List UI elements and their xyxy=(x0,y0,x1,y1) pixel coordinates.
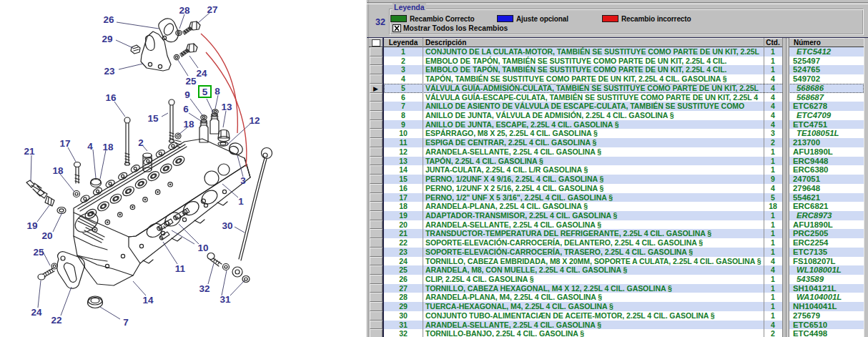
svg-text:31: 31 xyxy=(220,294,231,305)
svg-text:20: 20 xyxy=(41,230,52,241)
svg-text:5: 5 xyxy=(202,87,208,97)
svg-text:9: 9 xyxy=(184,89,190,100)
svg-text:21: 21 xyxy=(24,146,35,157)
svg-text:25: 25 xyxy=(33,247,44,258)
svg-text:14: 14 xyxy=(142,295,154,306)
svg-text:18: 18 xyxy=(183,119,194,130)
svg-text:30: 30 xyxy=(222,220,232,231)
svg-text:32: 32 xyxy=(199,283,209,294)
svg-text:4: 4 xyxy=(87,141,93,152)
svg-text:15: 15 xyxy=(147,113,159,124)
svg-text:13: 13 xyxy=(221,102,232,112)
svg-text:2: 2 xyxy=(138,137,144,148)
svg-text:26: 26 xyxy=(103,14,114,25)
svg-text:11: 11 xyxy=(175,263,186,274)
svg-text:6: 6 xyxy=(183,104,189,114)
svg-text:16: 16 xyxy=(105,92,117,103)
svg-text:8: 8 xyxy=(214,86,220,97)
svg-text:3: 3 xyxy=(240,175,246,186)
svg-text:19: 19 xyxy=(26,220,37,231)
svg-text:24: 24 xyxy=(31,307,42,318)
svg-text:18: 18 xyxy=(52,165,64,176)
svg-text:24: 24 xyxy=(196,68,207,79)
svg-text:10: 10 xyxy=(197,243,208,253)
svg-text:25: 25 xyxy=(185,76,197,87)
svg-text:7: 7 xyxy=(123,317,129,328)
svg-text:22: 22 xyxy=(51,315,61,326)
svg-text:17: 17 xyxy=(59,138,70,149)
svg-text:23: 23 xyxy=(104,66,115,77)
svg-text:12: 12 xyxy=(249,115,260,126)
svg-text:28: 28 xyxy=(179,5,190,16)
svg-text:18: 18 xyxy=(102,142,114,152)
svg-text:1: 1 xyxy=(238,196,244,207)
svg-text:29: 29 xyxy=(102,34,112,44)
svg-text:27: 27 xyxy=(207,4,217,15)
